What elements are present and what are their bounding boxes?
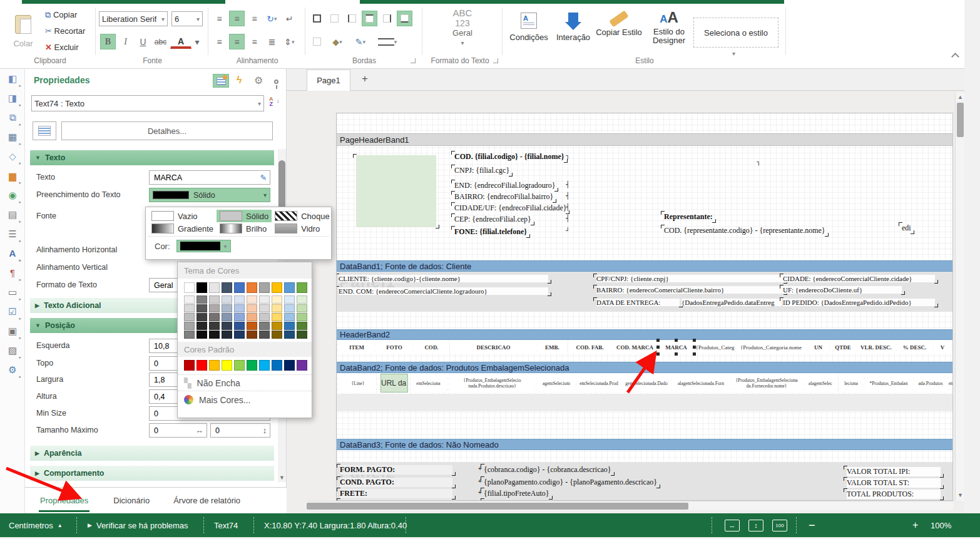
column-header-cell[interactable]: EMB. xyxy=(538,341,567,354)
column-header-cell[interactable]: % DESC. xyxy=(897,341,932,354)
text-fill-dropdown[interactable]: Sólido ▾ xyxy=(149,188,270,202)
border-right-button[interactable] xyxy=(379,11,395,26)
line-spacing-button[interactable]: ⇕▾ xyxy=(282,34,297,49)
report-text-cell[interactable]: leciona xyxy=(839,374,864,393)
report-text[interactable]: {planoPagamento.codigo} - {planoPagament… xyxy=(484,478,657,487)
report-text-cell[interactable]: emSelecionada.Prod xyxy=(577,374,621,393)
color-swatch[interactable] xyxy=(197,360,207,371)
tab-arvore-relatorio[interactable]: Árvore de relatório xyxy=(173,496,240,505)
add-page-button[interactable]: + xyxy=(362,73,368,85)
color-swatch[interactable] xyxy=(184,322,195,330)
image-tool[interactable]: ▨ xyxy=(0,341,25,360)
color-swatch[interactable] xyxy=(197,295,207,304)
color-swatch[interactable] xyxy=(197,322,207,330)
report-text[interactable]: edi xyxy=(902,223,911,233)
color-swatch[interactable] xyxy=(247,331,257,339)
textbox-tool[interactable]: ▣ xyxy=(0,321,25,341)
color-swatch[interactable] xyxy=(284,360,295,371)
color-swatch[interactable] xyxy=(259,360,270,371)
color-swatch[interactable] xyxy=(259,322,270,330)
report-text[interactable]: Representante: xyxy=(664,212,713,222)
color-swatch[interactable] xyxy=(197,313,207,321)
color-swatch[interactable] xyxy=(272,313,282,321)
collapse-ribbon-icon[interactable] xyxy=(951,53,959,61)
color-swatch[interactable] xyxy=(297,322,307,330)
color-swatch[interactable] xyxy=(272,331,282,339)
color-swatch[interactable] xyxy=(297,360,307,371)
properties-view-button[interactable] xyxy=(213,74,229,88)
data-bands-tool[interactable]: ◨ xyxy=(0,88,25,108)
report-text[interactable]: CIDADE: {enderecoComercialCliente.cidade… xyxy=(783,275,935,282)
color-swatch[interactable] xyxy=(259,282,270,293)
conditions-button[interactable]: A Condições xyxy=(508,13,549,42)
edit-pencil-icon[interactable]: ✎ xyxy=(260,173,267,182)
color-swatch[interactable] xyxy=(209,331,220,339)
sub-report-tool[interactable]: ⧉ xyxy=(0,108,25,127)
max-width-input[interactable] xyxy=(153,426,196,436)
units-selector[interactable]: Centímetros▲ xyxy=(9,513,63,537)
fill-glare-option[interactable]: Brilho xyxy=(217,222,272,235)
no-fill-option[interactable]: ▚ Não Encha xyxy=(178,374,312,391)
column-header-cell[interactable]: {Produtos_Categoria.nome xyxy=(736,341,806,354)
report-text-cell[interactable]: gemS xyxy=(949,374,953,393)
bold-button[interactable]: B xyxy=(100,34,116,49)
copy-button[interactable]: ⧉ Copiar xyxy=(45,10,77,20)
copy-style-button[interactable]: Copiar Estilo xyxy=(595,13,643,37)
image-placeholder[interactable] xyxy=(356,155,436,227)
color-dropdown[interactable]: ▾ xyxy=(176,240,231,252)
vscroll-thumb[interactable] xyxy=(957,103,964,137)
zoom-out-button[interactable]: − xyxy=(809,513,815,537)
object-selector[interactable]: Text74 : Texto ▾ xyxy=(31,95,264,111)
report-text-cell[interactable]: ada.Produtos xyxy=(914,374,947,393)
color-swatch[interactable] xyxy=(247,322,257,330)
text-value-input[interactable] xyxy=(153,173,260,183)
align-top-button[interactable]: ≡ xyxy=(212,11,227,26)
report-text[interactable]: CPF/CNPJ: {cliente.cnpj} xyxy=(596,275,784,282)
column-header-cell[interactable]: UN xyxy=(807,341,829,354)
more-colors-option[interactable]: Mais Cores... xyxy=(178,391,312,408)
color-swatch[interactable] xyxy=(297,313,307,321)
report-text-cell[interactable]: {Produtos_EmbalagemSeleciona da.Forneced… xyxy=(731,374,802,393)
panel-tool[interactable]: ▭ xyxy=(0,282,25,302)
report-text[interactable]: VALOR TOTAL ST: xyxy=(847,478,941,488)
color-swatch[interactable] xyxy=(197,304,207,312)
interaction-button[interactable]: Interação xyxy=(553,13,593,42)
sort-az-icon[interactable]: AZ↓ xyxy=(269,96,273,106)
align-middle-button[interactable]: ≡ xyxy=(229,11,245,26)
report-text[interactable]: VALOR TOTAL IPI: xyxy=(847,467,941,476)
column-header-cell[interactable]: FOTO xyxy=(376,341,412,354)
report-text[interactable]: {filial.tipoFreteAuto} xyxy=(484,489,549,498)
zoom-100-button[interactable]: 100 xyxy=(772,520,787,531)
chevron-down-icon[interactable]: ▾ xyxy=(263,192,267,198)
report-text[interactable]: CIDADE/UF: {endrecoFilial.cidade} xyxy=(454,203,566,213)
color-swatch[interactable] xyxy=(259,313,270,321)
band-header[interactable]: DataBand1; Fonte de dados: Cliente xyxy=(337,260,953,272)
report-text[interactable]: DATA DE ENTREGA: xyxy=(596,299,680,306)
color-swatch[interactable] xyxy=(222,331,232,339)
report-text-cell[interactable]: *Produtos_Embalan xyxy=(865,374,912,393)
border-left-button[interactable] xyxy=(344,11,360,26)
wrap-text-button[interactable]: ↵ xyxy=(282,11,297,26)
designer-style-button[interactable]: AA Estilo do Designer xyxy=(646,9,692,45)
color-swatch[interactable] xyxy=(284,322,295,330)
band-body[interactable]: Panel2 FORM. PAGTO: {cobranca.codigo} - … xyxy=(337,462,953,501)
section-text[interactable]: ▼Texto xyxy=(30,150,274,165)
color-swatch[interactable] xyxy=(222,360,232,371)
borders-dialog-launcher-icon[interactable] xyxy=(411,58,416,63)
color-swatch[interactable] xyxy=(272,322,282,330)
color-swatch[interactable] xyxy=(197,282,207,293)
tools-tool[interactable]: ⚙ xyxy=(0,360,25,379)
settings-gear-icon[interactable]: ⚙ xyxy=(254,74,263,86)
table-tool[interactable]: ▤ xyxy=(0,205,25,224)
report-text-cell[interactable]: gemSelecionada.Dado xyxy=(622,374,671,393)
column-header-cell[interactable]: COD. MARCA xyxy=(613,341,657,354)
report-text[interactable]: {DadosEntregaPedido.dataEntreg xyxy=(681,299,782,306)
report-text[interactable]: END. COM: {enderecoComercialCliente.logr… xyxy=(339,287,548,295)
report-text-cell[interactable]: alagemSelecionada.Forn xyxy=(672,374,730,393)
color-swatch[interactable] xyxy=(247,304,257,312)
color-swatch[interactable] xyxy=(247,360,257,371)
color-swatch[interactable] xyxy=(209,304,220,312)
strikethrough-button[interactable]: abc xyxy=(153,34,168,49)
hscroll-thumb[interactable] xyxy=(307,503,688,510)
report-text[interactable]: CNPJ: {filial.cgc} xyxy=(454,166,509,175)
